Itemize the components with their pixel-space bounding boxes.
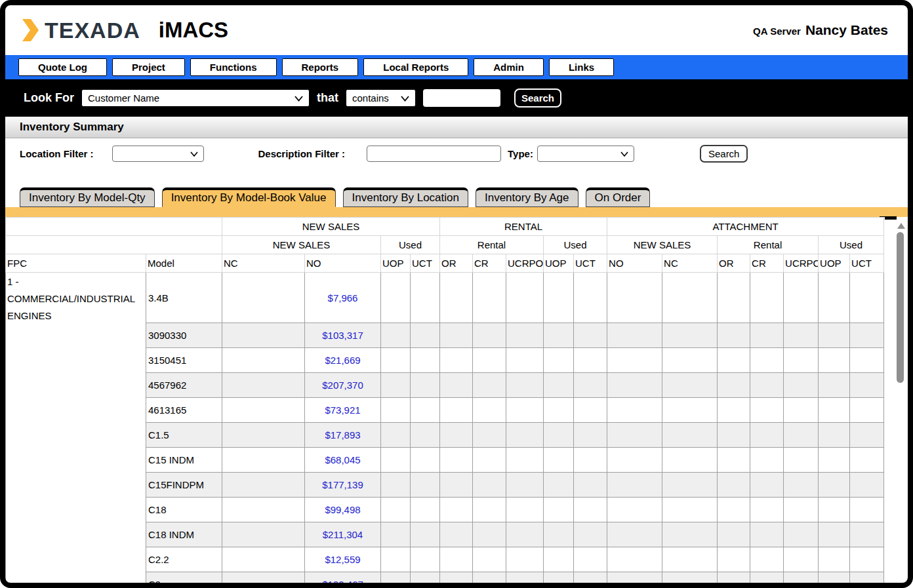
col-or: OR <box>440 254 473 273</box>
empty-cell <box>411 547 440 572</box>
empty-cell <box>784 473 819 498</box>
look-for-field-select[interactable]: Customer Name <box>81 89 310 107</box>
page-title: Inventory Summary <box>20 121 124 134</box>
inventory-tbody: 1 - COMMERCIAL/INDUSTRIAL ENGINES3.4B$7,… <box>6 273 884 583</box>
description-filter-input[interactable] <box>367 146 501 162</box>
book-value-link[interactable]: $177,139 <box>305 473 381 498</box>
empty-cell <box>750 398 784 423</box>
empty-cell <box>850 473 884 498</box>
empty-cell <box>662 473 718 498</box>
book-value-link[interactable]: $207,370 <box>305 373 381 398</box>
book-value-link[interactable]: $68,045 <box>305 448 381 473</box>
empty-cell <box>850 348 884 373</box>
tab-inventory-by-location[interactable]: Inventory By Location <box>343 187 468 207</box>
look-for-search-input[interactable] <box>423 89 500 107</box>
empty-cell <box>411 323 440 348</box>
empty-cell <box>662 547 718 572</box>
col-uct: UCT <box>411 254 440 273</box>
empty-cell <box>784 547 819 572</box>
empty-cell <box>750 473 784 498</box>
empty-cell <box>381 572 411 583</box>
subgroup-rental: Rental <box>718 236 819 254</box>
look-for-bar: Look For Customer Name that contains Sea… <box>5 79 908 117</box>
empty-cell <box>784 522 819 547</box>
group-attachment: ATTACHMENT <box>607 218 884 236</box>
inventory-tabs: Inventory By Model-Qty Inventory By Mode… <box>5 187 908 207</box>
empty-cell <box>506 498 544 522</box>
empty-cell <box>506 323 544 348</box>
look-for-operator-select[interactable]: contains <box>346 89 416 107</box>
subgroup-new-sales: NEW SALES <box>607 236 718 254</box>
subgroup-used: Used <box>819 236 884 254</box>
empty-cell <box>750 348 784 373</box>
book-value-link[interactable]: $99,498 <box>305 498 381 522</box>
book-value-link[interactable]: $21,669 <box>305 348 381 373</box>
col-uop: UOP <box>819 254 850 273</box>
subgroup-blank <box>6 236 222 254</box>
logo-text: TEXADA <box>45 18 140 43</box>
filter-search-button[interactable]: Search <box>700 145 748 163</box>
filter-row: Location Filter : Description Filter : T… <box>5 138 908 168</box>
book-value-link[interactable]: $103,317 <box>305 323 381 348</box>
empty-cell <box>784 572 819 583</box>
model-cell: 3.4B <box>146 273 222 323</box>
vertical-scrollbar-thumb[interactable] <box>897 232 904 383</box>
type-filter-select[interactable] <box>537 146 634 162</box>
empty-cell <box>574 522 607 547</box>
empty-cell <box>381 273 411 323</box>
server-label: QA Server <box>753 26 801 37</box>
empty-cell <box>222 348 305 373</box>
nav-admin[interactable]: Admin <box>474 58 544 76</box>
empty-cell <box>473 448 506 473</box>
tab-inventory-by-age[interactable]: Inventory By Age <box>476 187 578 207</box>
tab-inventory-by-model-qty[interactable]: Inventory By Model-Qty <box>20 187 155 207</box>
table-row: 1 - COMMERCIAL/INDUSTRIAL ENGINES3.4B$7,… <box>6 273 884 323</box>
location-filter-select[interactable] <box>112 146 204 162</box>
model-cell: C18 INDM <box>146 522 222 547</box>
model-cell: C2.2 <box>146 547 222 572</box>
empty-cell <box>381 323 411 348</box>
empty-cell <box>506 398 544 423</box>
book-value-link[interactable]: $7,966 <box>305 273 381 323</box>
subgroup-rental: Rental <box>440 236 544 254</box>
empty-cell <box>473 423 506 448</box>
empty-cell <box>784 273 819 323</box>
nav-links[interactable]: Links <box>549 58 614 76</box>
look-for-field-value: Customer Name <box>88 92 159 104</box>
empty-cell <box>819 348 850 373</box>
scroll-up-arrow[interactable] <box>897 223 905 229</box>
empty-cell <box>440 547 473 572</box>
tab-on-order[interactable]: On Order <box>586 187 651 207</box>
nav-local-reports[interactable]: Local Reports <box>363 58 468 76</box>
empty-cell <box>574 498 607 522</box>
app-window: TEXADA iMACS QA Server Nancy Bates Quote… <box>0 0 913 588</box>
book-value-link[interactable]: $17,893 <box>305 423 381 448</box>
subgroup-used: Used <box>544 236 607 254</box>
fpc-cell: 1 - COMMERCIAL/INDUSTRIAL ENGINES <box>6 273 146 583</box>
col-uct: UCT <box>850 254 884 273</box>
empty-cell <box>607 522 662 547</box>
nav-project[interactable]: Project <box>112 58 185 76</box>
group-header-row: NEW SALES RENTAL ATTACHMENT <box>6 218 884 236</box>
empty-cell <box>473 473 506 498</box>
nav-functions[interactable]: Functions <box>190 58 277 76</box>
empty-cell <box>222 498 305 522</box>
empty-cell <box>440 423 473 448</box>
group-blank <box>6 218 222 236</box>
book-value-link[interactable]: $12,559 <box>305 547 381 572</box>
empty-cell <box>850 572 884 583</box>
book-value-link[interactable]: $193,467 <box>305 572 381 583</box>
book-value-link[interactable]: $211,304 <box>305 522 381 547</box>
empty-cell <box>750 373 784 398</box>
col-uop: UOP <box>544 254 574 273</box>
empty-cell <box>850 522 884 547</box>
nav-quote-log[interactable]: Quote Log <box>18 58 107 76</box>
model-cell: 3090330 <box>146 323 222 348</box>
empty-cell <box>718 498 750 522</box>
nav-reports[interactable]: Reports <box>282 58 359 76</box>
book-value-link[interactable]: $73,921 <box>305 398 381 423</box>
look-for-search-button[interactable]: Search <box>514 88 561 108</box>
tab-inventory-by-model-book-value[interactable]: Inventory By Model-Book Value <box>162 187 336 207</box>
empty-cell <box>473 373 506 398</box>
inventory-table: NEW SALES RENTAL ATTACHMENT NEW SALES Us… <box>5 217 884 583</box>
